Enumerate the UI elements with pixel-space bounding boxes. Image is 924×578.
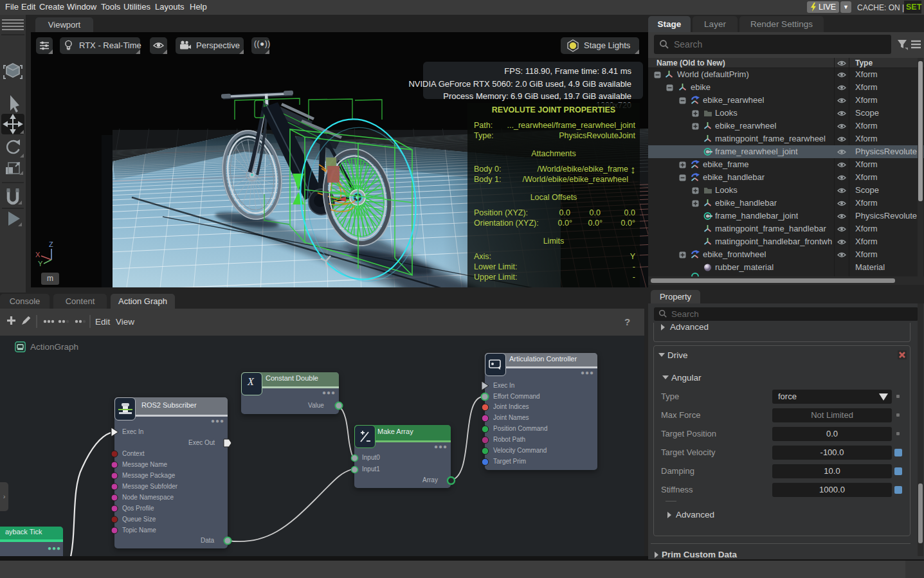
svg-text:X: X [35, 251, 41, 258]
svg-text:Y: Y [38, 260, 43, 267]
svg-text:?: ? [624, 316, 630, 327]
svg-text:Z: Z [49, 240, 53, 248]
svg-text:Edit: Edit [95, 317, 111, 327]
svg-text:View: View [116, 317, 134, 327]
